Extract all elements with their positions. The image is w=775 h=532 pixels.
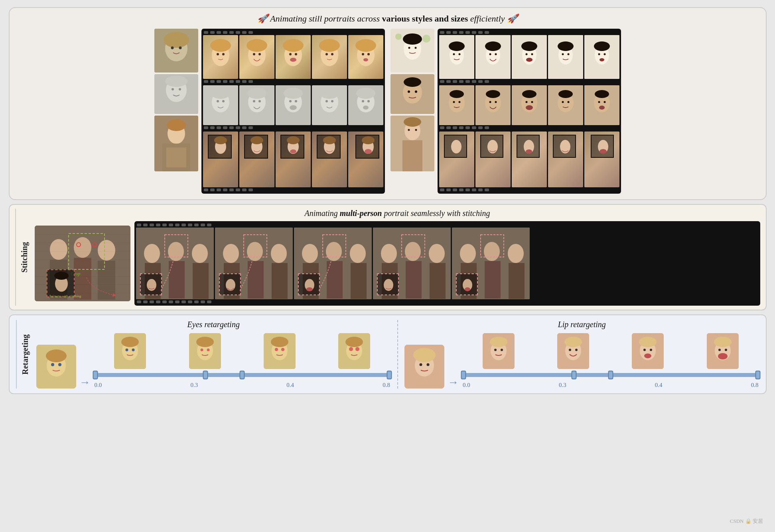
- svg-point-23: [258, 53, 261, 55]
- svg-point-40: [217, 100, 219, 102]
- hole: [204, 188, 208, 191]
- hole: [229, 126, 234, 129]
- svg-point-256: [644, 353, 651, 358]
- group-photo-img: Crop Animate with stitching: [35, 226, 130, 301]
- svg-point-61: [214, 136, 227, 144]
- lip-slider-thumb-2[interactable]: [608, 371, 613, 379]
- svg-point-116: [599, 58, 604, 61]
- lip-arrow-icon: →: [448, 376, 459, 389]
- man-frame-2: [475, 85, 511, 125]
- hole: [459, 31, 463, 34]
- lip-slider-section: 0.0 0.3 0.4 0.8: [462, 333, 759, 389]
- eyes-label-1: 0.3: [190, 382, 198, 389]
- hole: [242, 31, 247, 34]
- hole: [236, 188, 240, 191]
- svg-point-233: [345, 337, 363, 347]
- lip-slider-thumb-1[interactable]: [571, 371, 576, 379]
- hole: [248, 80, 253, 83]
- left-filmstrip: [201, 29, 385, 194]
- hole: [217, 126, 221, 129]
- svg-point-97: [485, 41, 501, 51]
- svg-point-115: [603, 53, 605, 55]
- svg-point-18: [217, 53, 219, 55]
- svg-point-193: [381, 244, 397, 263]
- asian-paint-frame-2: [475, 132, 511, 187]
- hole: [204, 80, 208, 83]
- svg-point-215: [58, 363, 61, 366]
- group-anim-frame-1: [136, 228, 214, 299]
- eyes-slider-labels: 0.0 0.3 0.4 0.8: [94, 382, 391, 389]
- statue-frame-4: [312, 85, 347, 125]
- man-frame-1: [439, 85, 474, 125]
- painting-source-thumb: [154, 116, 198, 171]
- svg-point-30: [319, 39, 340, 52]
- hole: [459, 80, 463, 83]
- eyes-slider-thumb-3[interactable]: [387, 371, 392, 379]
- stitching-label: Stitching: [15, 209, 29, 306]
- eyes-slider-thumb-1[interactable]: [203, 371, 208, 379]
- svg-point-255: [650, 349, 652, 351]
- svg-point-191: [306, 287, 313, 291]
- hole: [446, 188, 451, 191]
- svg-point-219: [126, 349, 128, 351]
- eyes-source-face: [36, 345, 76, 389]
- filmstrip-bottom-holes: [203, 187, 383, 191]
- asian-painting-svg: [390, 116, 434, 171]
- hole: [210, 31, 215, 34]
- svg-point-259: [714, 337, 732, 347]
- ink-frame-5: [584, 35, 619, 79]
- svg-point-202: [460, 244, 476, 263]
- svg-point-224: [200, 349, 203, 351]
- asian-ink-svg: [390, 29, 434, 73]
- ink-frame-2: [475, 35, 511, 79]
- svg-point-235: [355, 347, 359, 351]
- hole: [181, 224, 186, 226]
- svg-point-19: [222, 53, 225, 55]
- top-title: 🚀 Animating still portraits across vario…: [16, 14, 759, 24]
- svg-point-109: [562, 53, 564, 55]
- eyes-label-0: 0.0: [95, 382, 102, 389]
- hole: [440, 31, 444, 34]
- lip-faces-above-slider: [462, 333, 759, 369]
- hole: [207, 224, 211, 226]
- svg-rect-170: [193, 263, 209, 299]
- svg-point-234: [349, 347, 353, 351]
- asian-paint-frame-4: [548, 132, 583, 187]
- svg-point-8: [165, 76, 187, 87]
- eyes-slider-thumb-2[interactable]: [240, 371, 245, 379]
- svg-point-9: [172, 88, 174, 90]
- hole: [217, 80, 221, 83]
- svg-rect-207: [509, 263, 525, 299]
- eyes-slider-thumb-0[interactable]: [93, 371, 98, 379]
- svg-rect-158: [69, 234, 105, 269]
- right-filmstrip-mid1-holes: [439, 80, 619, 84]
- hole: [478, 31, 483, 34]
- lip-slider-thumb-0[interactable]: [461, 371, 466, 379]
- lip-label-0: 0.0: [463, 382, 470, 389]
- svg-point-21: [247, 39, 267, 52]
- painting-frame-4: [312, 132, 347, 187]
- svg-point-56: [356, 88, 375, 99]
- lip-slider-thumb-3[interactable]: [755, 371, 760, 379]
- svg-point-174: [223, 244, 239, 263]
- svg-point-249: [569, 349, 571, 351]
- girl-frames-row: [203, 35, 383, 79]
- svg-point-121: [458, 101, 460, 103]
- painting-frame-5: [348, 132, 383, 187]
- svg-point-59: [363, 106, 369, 110]
- svg-point-213: [46, 349, 67, 362]
- statue-svg: [154, 74, 198, 114]
- right-filmstrip-top-holes: [439, 31, 619, 35]
- asian-painting-frames-row: [439, 132, 619, 187]
- svg-point-243: [490, 337, 507, 347]
- svg-point-74: [403, 33, 422, 45]
- svg-point-27: [295, 53, 297, 55]
- hole: [137, 300, 141, 303]
- svg-point-142: [603, 101, 605, 103]
- svg-point-99: [495, 53, 497, 55]
- statue-frame-5: [348, 85, 383, 125]
- hole: [472, 126, 476, 129]
- animate-with-stitching-label: Animate with stitching: [49, 294, 81, 298]
- stitch-face-inset-4: [377, 273, 399, 295]
- stitching-filmstrip: [134, 221, 760, 306]
